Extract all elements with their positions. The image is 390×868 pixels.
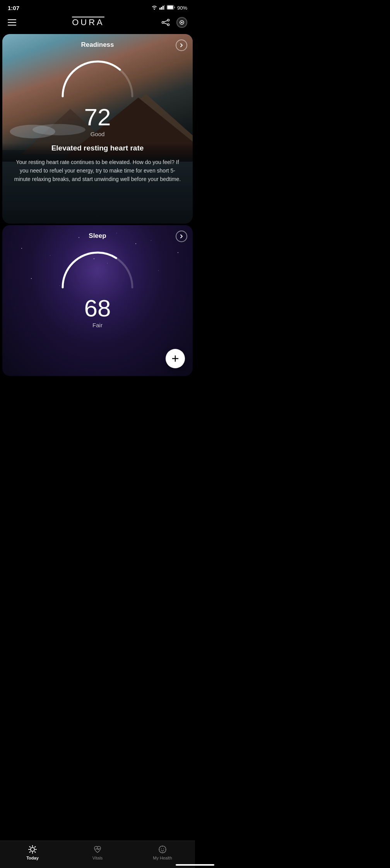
svg-line-10 [164, 23, 168, 24]
readiness-gauge [55, 52, 140, 102]
sleep-card-content: Sleep 68 Fair [2, 225, 193, 328]
readiness-arrow-button[interactable] [176, 39, 187, 51]
readiness-card: Readiness 72 Good Elevated resting heart… [2, 34, 193, 224]
app-logo: OURA [72, 17, 104, 27]
sleep-label: Sleep [12, 232, 183, 240]
header: OURA [0, 14, 195, 32]
svg-point-12 [181, 22, 183, 23]
readiness-insight-text: Your resting heart rate continues to be … [12, 158, 183, 184]
sleep-gauge [55, 243, 140, 293]
readiness-rating: Good [12, 131, 183, 137]
header-actions [160, 17, 187, 28]
svg-rect-2 [162, 6, 164, 10]
share-button[interactable] [160, 17, 171, 28]
readiness-score: 72 [12, 105, 183, 129]
svg-rect-5 [167, 5, 173, 9]
menu-button[interactable] [8, 19, 16, 26]
signal-icon [159, 5, 165, 11]
ring-button[interactable] [176, 17, 187, 28]
readiness-insight-title: Elevated resting heart rate [12, 144, 183, 153]
sleep-arrow-button[interactable] [176, 231, 187, 242]
wifi-icon [151, 5, 157, 11]
svg-rect-0 [159, 8, 161, 10]
svg-rect-3 [164, 5, 165, 10]
sleep-rating: Fair [12, 322, 183, 328]
sleep-score: 68 [12, 296, 183, 320]
readiness-card-content: Readiness 72 Good Elevated resting heart… [2, 34, 193, 184]
sleep-card: Sleep 68 Fair [2, 225, 193, 376]
status-time: 1:07 [8, 5, 19, 11]
svg-point-6 [168, 19, 169, 21]
svg-point-7 [168, 24, 169, 26]
battery-percent: 90% [177, 5, 187, 11]
status-icons: 90% [151, 5, 187, 11]
readiness-label: Readiness [12, 41, 183, 49]
status-bar: 1:07 90% [0, 0, 195, 14]
svg-line-9 [164, 21, 168, 22]
battery-icon [167, 5, 175, 11]
svg-rect-1 [161, 7, 162, 10]
svg-point-8 [162, 22, 164, 24]
add-button[interactable] [166, 349, 185, 368]
